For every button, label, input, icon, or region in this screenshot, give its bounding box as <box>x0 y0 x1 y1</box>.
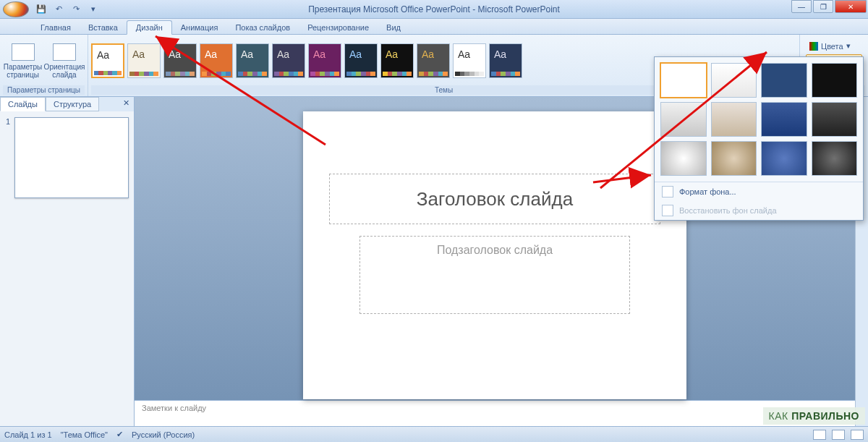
theme-thumb[interactable]: Aa <box>344 43 378 78</box>
bg-swatch[interactable] <box>711 102 757 137</box>
quick-access-toolbar: 💾 ↶ ↷ ▾ <box>35 3 100 16</box>
slide[interactable]: Заголовок слайда Подзаголовок слайда <box>303 111 686 399</box>
status-slide-count: Слайд 1 из 1 <box>4 430 52 439</box>
bg-swatch[interactable] <box>660 102 707 137</box>
watermark-b: ПРАВИЛЬНО <box>791 410 859 422</box>
theme-thumb[interactable]: Aa <box>127 43 161 78</box>
thumbnail-list: 1 <box>0 111 134 204</box>
theme-thumb[interactable]: Aa <box>380 43 414 78</box>
bg-swatch[interactable] <box>711 141 757 176</box>
theme-thumb[interactable]: Aa <box>417 43 450 78</box>
bg-swatch[interactable] <box>660 141 707 176</box>
bg-swatch[interactable] <box>812 102 858 137</box>
format-background-item[interactable]: Формат фона... <box>655 182 863 201</box>
bg-swatch[interactable] <box>761 141 807 176</box>
window-controls: — ❐ ✕ <box>791 0 868 13</box>
theme-aa-icon: Aa <box>277 48 289 60</box>
theme-thumb[interactable]: Aa <box>163 43 197 78</box>
theme-aa-icon: Aa <box>458 48 470 60</box>
theme-aa-icon: Aa <box>169 48 181 60</box>
title-placeholder[interactable]: Заголовок слайда <box>329 174 660 224</box>
qat-more-icon[interactable]: ▾ <box>87 3 100 16</box>
thumb-number: 1 <box>6 117 10 126</box>
subtitle-placeholder-text: Подзаголовок слайда <box>437 244 553 257</box>
bg-swatch[interactable] <box>660 63 707 98</box>
bg-swatch[interactable] <box>711 63 757 98</box>
theme-thumb[interactable]: Aa <box>453 43 486 78</box>
panel-close-icon[interactable]: ✕ <box>119 97 134 111</box>
theme-aa-icon: Aa <box>313 48 326 60</box>
bg-swatch-grid <box>655 57 863 182</box>
status-bar: Слайд 1 из 1 "Тема Office" ✔ Русский (Ро… <box>0 426 868 442</box>
save-icon[interactable]: 💾 <box>35 3 48 16</box>
tab-Вставка[interactable]: Вставка <box>80 21 127 34</box>
tab-Дизайн[interactable]: Дизайн <box>127 20 172 35</box>
panel-tab-outline[interactable]: Структура <box>46 97 99 111</box>
bg-swatch[interactable] <box>761 102 807 137</box>
status-language[interactable]: Русский (Россия) <box>132 430 195 439</box>
notes-placeholder: Заметки к слайду <box>142 404 206 412</box>
tab-Анимация[interactable]: Анимация <box>172 21 227 34</box>
page-setup-icon <box>12 43 35 61</box>
theme-aa-icon: Aa <box>422 48 434 60</box>
theme-aa-icon: Aa <box>386 48 398 60</box>
reset-bg-label: Восстановить фон слайда <box>679 206 777 215</box>
redo-icon[interactable]: ↷ <box>69 3 82 16</box>
format-bg-label: Формат фона... <box>679 187 736 196</box>
reset-background-item: Восстановить фон слайда <box>655 201 863 220</box>
theme-thumb[interactable]: Aa <box>308 43 341 78</box>
theme-thumb[interactable]: Aa <box>200 43 233 78</box>
subtitle-placeholder[interactable]: Подзаголовок слайда <box>359 236 630 314</box>
bg-swatch[interactable] <box>812 63 858 98</box>
page-setup-button[interactable]: Параметры страницы <box>3 38 43 84</box>
tab-Главная[interactable]: Главная <box>32 21 80 34</box>
status-theme: "Тема Office" <box>61 430 108 439</box>
reset-bg-icon <box>662 205 673 216</box>
theme-aa-icon: Aa <box>205 48 217 60</box>
tab-Вид[interactable]: Вид <box>378 21 409 34</box>
colors-label: Цвета <box>821 42 843 51</box>
group-page-params-label: Параметры страницы <box>3 85 85 95</box>
undo-icon[interactable]: ↶ <box>52 3 65 16</box>
tab-Показ слайдов[interactable]: Показ слайдов <box>226 21 299 34</box>
page-setup-label: Параметры страницы <box>3 63 43 79</box>
title-placeholder-text: Заголовок слайда <box>417 188 573 211</box>
theme-aa-icon: Aa <box>132 48 145 60</box>
sorter-view-button[interactable] <box>832 430 845 440</box>
office-button[interactable] <box>3 1 29 17</box>
theme-aa-icon: Aa <box>349 48 362 60</box>
bg-swatch[interactable] <box>812 141 858 176</box>
title-bar: 💾 ↶ ↷ ▾ Презентация Microsoft Office Pow… <box>0 0 868 19</box>
spellcheck-icon[interactable]: ✔ <box>116 430 123 439</box>
orientation-label: Ориентация слайда <box>44 63 85 79</box>
theme-thumb[interactable]: Aa <box>91 43 124 78</box>
colors-icon <box>809 42 818 51</box>
theme-thumb[interactable]: Aa <box>489 43 522 78</box>
theme-aa-icon: Aa <box>97 49 109 61</box>
colors-button[interactable]: Цвета ▾ <box>806 39 862 53</box>
maximize-button[interactable]: ❐ <box>813 0 833 13</box>
ribbon-tabs: ГлавнаяВставкаДизайнАнимацияПоказ слайдо… <box>0 19 868 35</box>
group-page-params: Параметры страницы Ориентация слайда Пар… <box>0 35 88 96</box>
window-title: Презентация Microsoft Office PowerPoint … <box>308 4 560 14</box>
bg-swatch[interactable] <box>761 63 807 98</box>
close-button[interactable]: ✕ <box>835 0 867 13</box>
panel-tab-slides[interactable]: Слайды <box>0 97 46 111</box>
panel-tabs: Слайды Структура ✕ <box>0 97 134 111</box>
format-bg-icon <box>662 186 673 197</box>
watermark-a: КАК <box>769 410 788 422</box>
slides-panel: Слайды Структура ✕ 1 <box>0 97 135 426</box>
theme-aa-icon: Aa <box>241 48 253 60</box>
watermark: КАК ПРАВИЛЬНО <box>763 407 865 425</box>
slideshow-view-button[interactable] <box>851 430 864 440</box>
orientation-icon <box>53 43 76 61</box>
slide-thumbnail[interactable] <box>14 117 129 198</box>
tab-Рецензирование[interactable]: Рецензирование <box>299 21 378 34</box>
notes-pane[interactable]: Заметки к слайду <box>135 400 855 426</box>
theme-thumb[interactable]: Aa <box>272 43 305 78</box>
minimize-button[interactable]: — <box>791 0 812 13</box>
orientation-button[interactable]: Ориентация слайда <box>44 38 85 84</box>
theme-thumb[interactable]: Aa <box>236 43 269 78</box>
normal-view-button[interactable] <box>813 430 826 440</box>
background-styles-dropdown: Формат фона... Восстановить фон слайда <box>654 56 864 221</box>
